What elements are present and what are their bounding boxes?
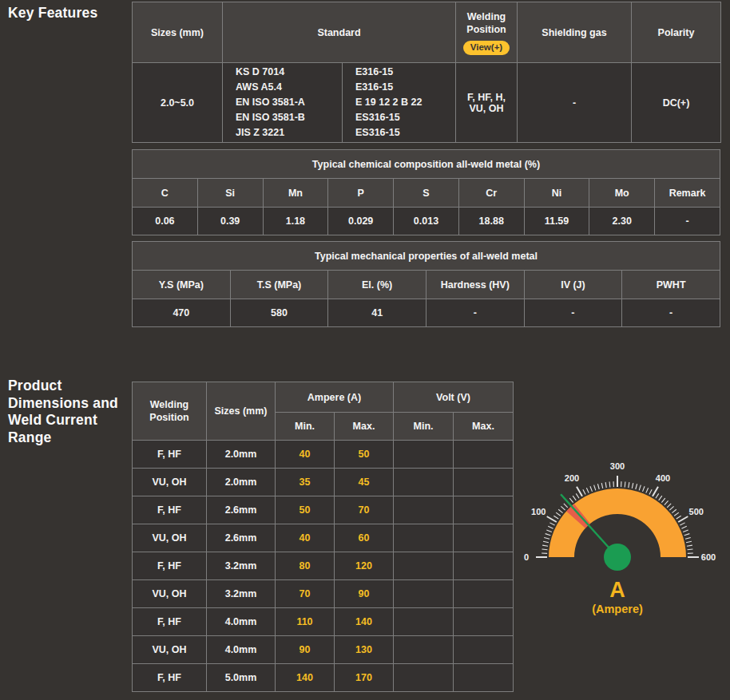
- cell-p: 0.029: [328, 208, 394, 235]
- cell-ampere-min: 80: [276, 552, 335, 580]
- cell-position: VU, OH: [133, 580, 207, 608]
- col-pwht: PWHT: [622, 271, 720, 299]
- cell-polarity-value: DC(+): [632, 63, 721, 143]
- cell-ampere-max: 140: [335, 608, 394, 636]
- cell-welding-position-value: F, HF, H, VU, OH: [456, 63, 518, 143]
- cell-mo: 2.30: [589, 208, 655, 235]
- cell-ampere-max: 70: [335, 496, 394, 524]
- cell-ampere-min: 110: [276, 608, 335, 636]
- current-range-row: F, HF 2.0mm 40 50: [133, 441, 514, 469]
- product-spec-page: Key Features Sizes (mm) Standard Welding…: [0, 0, 730, 700]
- cell-size: 2.6mm: [207, 524, 276, 552]
- cell-si: 0.39: [197, 208, 263, 235]
- cell-ampere-min: 140: [276, 664, 335, 692]
- cell-size: 3.2mm: [207, 580, 276, 608]
- cell-ampere-max: 170: [335, 664, 394, 692]
- col-ampere-min: Min.: [276, 413, 335, 441]
- cell-size: 4.0mm: [207, 608, 276, 636]
- col-c: C: [133, 179, 198, 208]
- cell-volt-max: [454, 524, 514, 552]
- product-dimensions-heading: Product Dimensions and Weld Current Rang…: [8, 378, 129, 446]
- cell-position: F, HF: [133, 496, 207, 524]
- cell-volt-min: [394, 664, 454, 692]
- cell-size: 5.0mm: [207, 664, 276, 692]
- standard-line: ES316-15: [355, 110, 452, 125]
- cell-ampere-min: 40: [276, 524, 335, 552]
- features-row: 2.0~5.0 KS D 7014 AWS A5.4 EN ISO 3581-A…: [133, 63, 721, 143]
- standard-line: E 19 12 2 B 22: [355, 95, 452, 110]
- cell-standards-codes: KS D 7014 AWS A5.4 EN ISO 3581-A EN ISO …: [223, 63, 343, 143]
- standard-line: AWS A5.4: [236, 80, 339, 95]
- cell-cr: 18.88: [458, 208, 524, 235]
- cell-volt-max: [454, 664, 514, 692]
- cell-ampere-min: 70: [276, 580, 335, 608]
- cell-volt-min: [394, 608, 454, 636]
- col-hardness: Hardness (HV): [426, 271, 524, 299]
- gauge-unit-label: A: [609, 578, 625, 602]
- col-sizes: Sizes (mm): [207, 382, 276, 441]
- cell-position: VU, OH: [133, 636, 207, 664]
- current-range-row: VU, OH 2.0mm 35 45: [133, 469, 514, 496]
- current-range-row: F, HF 2.6mm 50 70: [133, 496, 514, 524]
- cell-volt-min: [394, 469, 454, 496]
- cell-position: VU, OH: [133, 469, 207, 496]
- col-iv: IV (J): [524, 271, 622, 299]
- cell-position: VU, OH: [133, 524, 207, 552]
- mechanical-table-title: Typical mechanical properties of all-wel…: [133, 242, 720, 271]
- ampere-gauge: 0100200300400500600 A (Ampere): [519, 447, 727, 623]
- cell-volt-min: [394, 552, 454, 580]
- svg-text:500: 500: [689, 507, 704, 516]
- col-ni: Ni: [524, 179, 589, 208]
- col-standard: Standard: [223, 2, 456, 63]
- key-features-table: Sizes (mm) Standard Welding Position Vie…: [132, 2, 721, 143]
- cell-ni: 11.59: [524, 208, 589, 235]
- cell-ampere-max: 130: [335, 636, 394, 664]
- cell-c: 0.06: [133, 208, 198, 235]
- standard-line: JIS Z 3221: [236, 125, 339, 140]
- current-range-row: F, HF 4.0mm 110 140: [133, 608, 514, 636]
- col-remark: Remark: [655, 179, 720, 208]
- current-range-row: VU, OH 4.0mm 90 130: [133, 636, 514, 664]
- cell-ampere-max: 120: [335, 552, 394, 580]
- standard-line: E316-15: [355, 65, 452, 80]
- cell-ampere-min: 50: [276, 496, 335, 524]
- mechanical-properties-table: Typical mechanical properties of all-wel…: [132, 241, 720, 327]
- view-button[interactable]: View(+): [463, 41, 510, 55]
- chemical-values-row: 0.06 0.39 1.18 0.029 0.013 18.88 11.59 2…: [133, 208, 720, 235]
- cell-ampere-max: 50: [335, 441, 394, 469]
- col-welding-position: Welding Position View(+): [456, 2, 518, 63]
- cell-volt-min: [394, 496, 454, 524]
- weld-current-range-table: Welding Position Sizes (mm) Ampere (A) V…: [132, 382, 514, 692]
- standard-line: KS D 7014: [236, 65, 339, 80]
- cell-ampere-min: 35: [276, 469, 335, 496]
- current-range-row: F, HF 5.0mm 140 170: [133, 664, 514, 692]
- col-el: El. (%): [328, 271, 426, 299]
- svg-text:200: 200: [565, 473, 579, 483]
- cell-volt-max: [454, 608, 514, 636]
- cell-ampere-max: 45: [335, 469, 394, 496]
- cell-volt-max: [454, 469, 514, 496]
- cell-remark: -: [655, 208, 720, 235]
- cell-hardness: -: [426, 299, 524, 327]
- cell-mn: 1.18: [263, 208, 328, 235]
- cell-volt-max: [454, 441, 514, 469]
- svg-text:100: 100: [531, 507, 546, 516]
- col-shielding-gas: Shielding gas: [518, 2, 632, 63]
- cell-size: 4.0mm: [207, 636, 276, 664]
- cell-ampere-min: 40: [276, 441, 335, 469]
- cell-ampere-max: 60: [335, 524, 394, 552]
- svg-text:0: 0: [524, 552, 529, 562]
- cell-size: 2.0mm: [207, 441, 276, 469]
- col-s: S: [394, 179, 459, 208]
- current-range-row: VU, OH 2.6mm 40 60: [133, 524, 514, 552]
- cell-pwht: -: [622, 299, 720, 327]
- col-polarity: Polarity: [632, 2, 721, 63]
- cell-size: 3.2mm: [207, 552, 276, 580]
- mechanical-values-row: 470 580 41 - - -: [133, 299, 720, 327]
- ampere-gauge-svg: 0100200300400500600 A (Ampere): [519, 447, 727, 623]
- welding-position-label: Welding Position: [462, 10, 510, 36]
- current-range-row: F, HF 3.2mm 80 120: [133, 552, 514, 580]
- col-cr: Cr: [458, 179, 524, 208]
- cell-ys: 470: [133, 299, 231, 327]
- cell-position: F, HF: [133, 441, 207, 469]
